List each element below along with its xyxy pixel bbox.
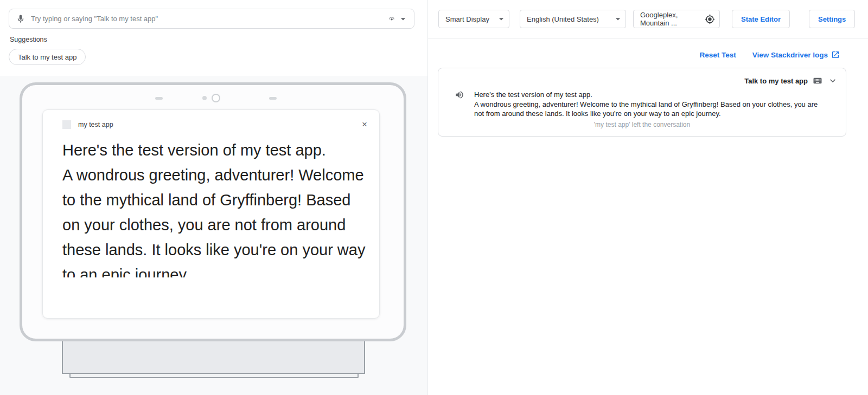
state-editor-button[interactable]: State Editor xyxy=(732,10,790,28)
status-dot-icon xyxy=(202,96,207,100)
chevron-down-icon xyxy=(496,14,507,24)
query-input[interactable] xyxy=(31,15,381,23)
device-card-header: my test app × xyxy=(43,110,379,129)
surface-select-value: Smart Display xyxy=(445,15,489,23)
stackdriver-logs-label: View Stackdriver logs xyxy=(752,51,828,59)
suggestions-label: Suggestions xyxy=(10,36,414,43)
audio-input-caret-icon[interactable] xyxy=(398,14,409,24)
sensor-pill-icon xyxy=(155,97,163,100)
device-screen-card: my test app × Here's the test version of… xyxy=(42,109,380,319)
test-links-row: Reset Test View Stackdriver logs xyxy=(428,38,868,68)
bot-turn-row: Here's the test version of my test app. … xyxy=(438,87,846,119)
smart-display-device: my test app × Here's the test version of… xyxy=(20,82,406,341)
conversation-card: Talk to my test app Here's the test vers… xyxy=(438,68,846,137)
bot-response-text: Here's the test version of my test app. … xyxy=(474,90,824,119)
settings-button[interactable]: Settings xyxy=(809,10,855,28)
sensor-pill-icon xyxy=(269,97,277,100)
conversation-status-text: 'my test app' left the conversation xyxy=(438,119,846,136)
query-input-bar[interactable] xyxy=(9,9,414,29)
query-input-area: Suggestions Talk to my test app xyxy=(0,0,427,65)
stackdriver-logs-link[interactable]: View Stackdriver logs xyxy=(752,50,840,59)
simulator-settings-bar: Smart Display English (United States) Go… xyxy=(428,0,868,38)
user-query-text: Talk to my test app xyxy=(744,77,808,85)
device-response-text: Here's the test version of my test app. … xyxy=(62,138,369,277)
app-placeholder-icon xyxy=(62,120,71,129)
volume-icon[interactable] xyxy=(455,90,464,100)
simulator-left-panel: Suggestions Talk to my test app my test … xyxy=(0,0,428,395)
location-field[interactable]: Googleplex, Mountain ... xyxy=(633,10,720,28)
microphone-icon[interactable] xyxy=(16,14,25,24)
device-stand xyxy=(62,340,365,374)
test-right-panel: Smart Display English (United States) Go… xyxy=(428,0,868,395)
device-preview-stage: my test app × Here's the test version of… xyxy=(0,76,427,395)
reset-test-link[interactable]: Reset Test xyxy=(699,51,736,59)
suggestion-chip[interactable]: Talk to my test app xyxy=(9,49,86,65)
keyboard-icon xyxy=(813,76,822,86)
external-link-icon xyxy=(831,50,840,59)
close-icon[interactable]: × xyxy=(362,120,367,129)
user-turn-row: Talk to my test app xyxy=(438,68,846,87)
actions-simulator: Suggestions Talk to my test app my test … xyxy=(0,0,868,395)
audio-input-icon[interactable] xyxy=(387,14,397,24)
target-location-icon[interactable] xyxy=(705,14,715,24)
expand-turn-chevron-icon[interactable] xyxy=(827,75,838,86)
location-field-value: Googleplex, Mountain ... xyxy=(640,11,705,27)
language-select[interactable]: English (United States) xyxy=(520,10,626,28)
language-select-value: English (United States) xyxy=(527,15,599,23)
device-app-title: my test app xyxy=(78,121,113,128)
chevron-down-icon xyxy=(612,14,623,24)
device-stand-base xyxy=(69,373,359,378)
surface-select[interactable]: Smart Display xyxy=(438,10,509,28)
camera-lens-icon xyxy=(212,94,220,102)
